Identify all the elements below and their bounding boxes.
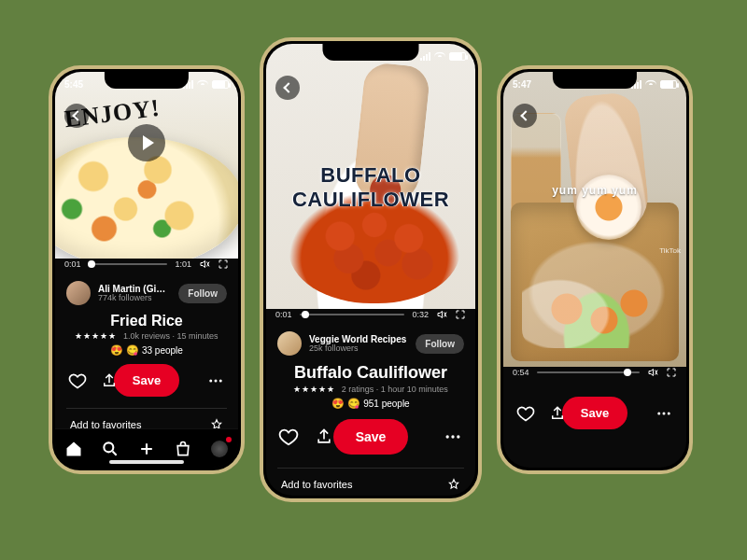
follow-button[interactable]: Follow: [416, 334, 464, 354]
mute-button[interactable]: [647, 367, 658, 378]
svg-point-4: [446, 435, 449, 438]
reactions[interactable]: 😍 😋 33 people: [66, 344, 227, 357]
save-button[interactable]: Save: [114, 364, 179, 397]
more-button[interactable]: [204, 370, 227, 392]
author-followers: 25k followers: [309, 344, 406, 354]
share-button[interactable]: [546, 402, 569, 425]
review-count: 2 ratings: [342, 385, 374, 394]
scrub-time-start: 0:01: [64, 259, 81, 269]
scrub-knob[interactable]: [302, 311, 309, 318]
svg-point-7: [657, 412, 660, 414]
fullscreen-button[interactable]: [455, 309, 466, 320]
list-item[interactable]: Add to favorites: [277, 469, 464, 496]
video-scrubber[interactable]: 0:01 0:32: [275, 309, 466, 320]
chevron-left-icon: [72, 110, 82, 120]
scrub-track[interactable]: [89, 263, 168, 265]
list-item-label: Add to favorites: [281, 479, 352, 490]
wifi-icon: [197, 79, 208, 89]
like-button[interactable]: [514, 402, 537, 425]
device-notch: [105, 72, 189, 89]
svg-point-9: [668, 412, 670, 414]
phone-mockup-center: BUFFALO CAULIFLOWER 0:01 0:32 Veggie Wor…: [260, 37, 482, 502]
svg-point-5: [451, 435, 454, 438]
scrub-track[interactable]: [300, 314, 405, 315]
follow-button[interactable]: Follow: [178, 284, 227, 303]
fullscreen-button[interactable]: [666, 367, 677, 378]
author-block[interactable]: Veggie World Recipes 25k followers: [277, 331, 406, 356]
nav-search[interactable]: [100, 439, 120, 459]
nav-shop[interactable]: [173, 439, 193, 459]
video-scrubber[interactable]: 0:01 1:01: [64, 259, 229, 270]
svg-point-0: [209, 379, 212, 382]
status-indicators: [420, 51, 466, 61]
scrub-time-end: 0:32: [412, 310, 429, 319]
pin-video[interactable]: BUFFALO CAULIFLOWER: [266, 44, 475, 309]
share-button[interactable]: [98, 370, 120, 392]
status-time: 5:47: [513, 79, 531, 90]
watermark: TikTok: [659, 246, 681, 255]
nav-home[interactable]: [63, 439, 84, 459]
like-button[interactable]: [66, 370, 89, 392]
nav-create[interactable]: [136, 439, 157, 459]
signal-icon: [420, 52, 430, 61]
scrub-time-start: 0:54: [513, 368, 529, 377]
author-block[interactable]: Ali Martin (Gimme Some Oven) 774k follow…: [66, 281, 171, 305]
scrub-knob[interactable]: [88, 260, 95, 268]
bottom-nav: [55, 428, 238, 468]
nav-profile[interactable]: [209, 439, 230, 459]
share-button[interactable]: [313, 426, 335, 448]
status-time: 5:45: [64, 79, 83, 90]
mute-button[interactable]: [199, 259, 210, 270]
actions-list: Add to favorites: [277, 468, 464, 496]
phone-mockup-left: 5:45 ENJOY! 0:01 1:01: [49, 65, 245, 474]
reactions[interactable]: 😍 😋 951 people: [277, 398, 464, 410]
star-outline-icon: [447, 478, 460, 491]
status-indicators: [631, 79, 677, 89]
scrub-time-start: 0:01: [275, 310, 292, 319]
like-button[interactable]: [277, 426, 300, 448]
svg-point-6: [457, 435, 459, 438]
author-name: Ali Martin (Gimme Some Oven): [98, 284, 171, 294]
back-button[interactable]: [64, 104, 89, 128]
battery-icon: [449, 52, 466, 61]
fullscreen-button[interactable]: [218, 259, 229, 270]
more-button[interactable]: [442, 426, 464, 448]
pin-metadata: Veggie World Recipes 25k followers Follo…: [266, 324, 475, 496]
battery-icon: [212, 80, 229, 89]
home-indicator: [109, 460, 184, 464]
back-button[interactable]: [275, 76, 300, 100]
pin-title: Buffalo Cauliflower: [277, 363, 464, 383]
scrub-knob[interactable]: [624, 369, 631, 376]
save-button[interactable]: Save: [562, 397, 627, 429]
reaction-count: 951 people: [363, 399, 410, 409]
mute-button[interactable]: [436, 309, 447, 320]
more-button[interactable]: [653, 402, 675, 425]
reaction-count: 33 people: [142, 345, 183, 356]
pin-stats: ★★★★★ 2 ratings · 1 hour 10 minutes: [277, 385, 464, 394]
pin-stats: ★★★★★ 1.0k reviews · 15 minutes: [66, 331, 227, 341]
svg-point-2: [219, 379, 222, 382]
recipe-duration: 15 minutes: [177, 331, 218, 341]
play-icon: [143, 135, 154, 150]
video-content: [522, 236, 671, 348]
video-overlay-text: yum yum yum: [503, 184, 686, 197]
pin-video[interactable]: yum yum yum TikTok: [503, 72, 686, 367]
scrub-time-end: 1:01: [175, 259, 191, 269]
star-rating: ★★★★★: [75, 331, 117, 341]
chevron-left-icon: [520, 110, 530, 120]
play-button[interactable]: [128, 124, 165, 161]
pin-title: Fried Rice: [66, 313, 227, 329]
reaction-emoji: 😍 😋: [331, 398, 360, 409]
device-notch: [553, 72, 637, 89]
back-button[interactable]: [513, 104, 537, 128]
recipe-duration: 1 hour 10 minutes: [381, 385, 448, 394]
pin-video[interactable]: ENJOY!: [55, 72, 238, 259]
action-row: Save: [514, 397, 675, 429]
save-button[interactable]: Save: [333, 419, 409, 455]
video-scrubber[interactable]: 0:54: [513, 367, 677, 378]
chevron-left-icon: [283, 82, 293, 92]
battery-icon: [660, 80, 677, 89]
svg-point-1: [215, 379, 218, 382]
wifi-icon: [645, 79, 656, 89]
scrub-track[interactable]: [537, 371, 640, 373]
